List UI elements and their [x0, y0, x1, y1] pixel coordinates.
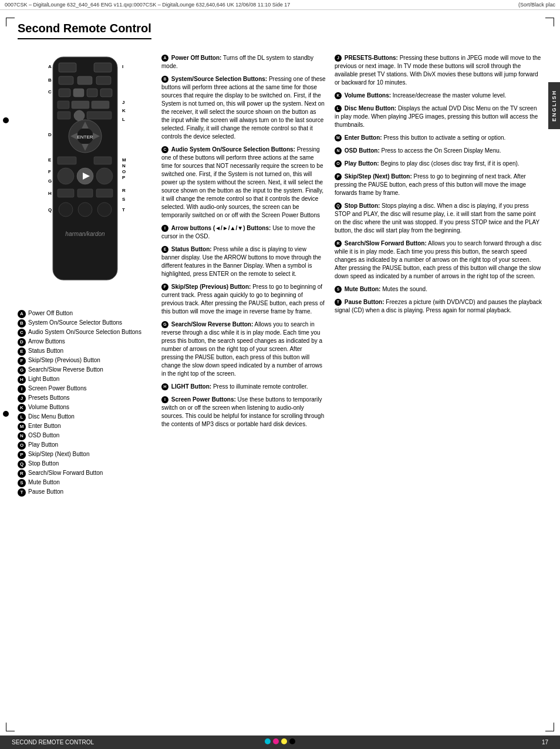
svg-point-27 [96, 168, 113, 184]
label-text: Mute Button [28, 478, 60, 487]
footer-right-text: 17 [542, 739, 548, 745]
svg-text:D: D [48, 132, 52, 137]
btn-circle: R [335, 240, 342, 247]
description-block: S Mute Button: Mutes the sound. [335, 285, 542, 293]
description-block: T Pause Button: Freezes a picture (with … [335, 298, 542, 315]
description-block: R Search/Slow Forward Button: Allows you… [335, 239, 542, 281]
svg-rect-12 [92, 101, 109, 109]
btn-circle: I [161, 396, 168, 403]
left-registration-mark-bottom [3, 411, 9, 417]
btn-title: LIGHT Button: [171, 383, 211, 390]
btn-circle: A [161, 55, 168, 62]
list-item: QStop Button [18, 460, 153, 468]
btn-title: Screen Power Buttons: [171, 396, 236, 403]
svg-text:E: E [48, 157, 52, 163]
svg-rect-31 [96, 189, 113, 197]
btn-title: Status Button: [171, 246, 212, 252]
left-column: ENTER [18, 54, 153, 497]
label-text: System On/Source Selector Buttons [28, 319, 122, 327]
label-text: Skip/Step (Previous) Button [28, 356, 100, 365]
description-block: F Skip/Step (Previous) Button: Press to … [161, 283, 326, 316]
label-circle: Q [18, 460, 26, 468]
btn-circle: J [335, 55, 342, 62]
label-circle: J [18, 394, 26, 403]
middle-column: A Power Off Button: Turns off the DL sys… [161, 54, 326, 497]
label-text: Search/Slow Forward Button [28, 469, 103, 477]
label-circle: T [18, 488, 26, 497]
btn-description: Increase/decrease the master volume leve… [393, 92, 506, 99]
crop-mark-tr [545, 18, 554, 26]
svg-point-25 [58, 168, 74, 184]
btn-title: PRESETS-Buttons: [345, 55, 398, 61]
list-item: FSkip/Step (Previous) Button [18, 356, 153, 365]
label-circle: K [18, 404, 26, 412]
remote-control-image: ENTER [35, 54, 135, 301]
btn-title: Search/Slow Forward Button: [345, 240, 427, 247]
svg-text:J: J [122, 100, 124, 105]
list-item: OPlay Button [18, 441, 153, 450]
crop-mark-br [545, 723, 554, 731]
label-text: Enter Button [28, 422, 61, 430]
description-block: H LIGHT Button: Press to illuminate remo… [161, 383, 326, 391]
list-item: APower Off Button [18, 309, 153, 318]
label-circle: I [18, 385, 26, 393]
svg-text:L: L [122, 117, 125, 122]
btn-title: Audio System On/Source Selection Buttons… [171, 146, 295, 153]
list-item: PSkip/Step (Next) Button [18, 450, 153, 459]
svg-text:K: K [122, 108, 126, 113]
btn-title: Mute Button: [345, 286, 381, 292]
svg-text:I: I [122, 64, 123, 69]
list-item: SMute Button [18, 478, 153, 487]
description-block: E Status Button: Press while a disc is p… [161, 245, 326, 278]
svg-rect-7 [73, 89, 84, 97]
svg-rect-23 [58, 157, 76, 164]
label-circle: M [18, 423, 26, 431]
header-right-text: (Sort/Black plac [518, 2, 555, 8]
description-block: M Enter Button: Press this button to act… [335, 134, 542, 142]
footer-left-text: SECOND REMOTE CONTROL [12, 739, 94, 745]
header-left-text: 0007CSK – DigitalLounge 632_640_646 ENG … [5, 2, 290, 8]
btn-circle: C [161, 146, 168, 153]
crop-mark-tl [6, 18, 15, 26]
list-item: KVolume Buttons [18, 403, 153, 412]
list-item: EStatus Button [18, 347, 153, 356]
reg-mark-cyan [265, 738, 271, 744]
description-block: K Volume Buttons: Increase/decrease the … [335, 92, 542, 100]
btn-circle: T [335, 299, 342, 306]
btn-description: Begins to play disc (closes disc tray fi… [380, 160, 519, 167]
svg-text:R: R [122, 188, 126, 193]
label-text: Screen Power Buttons [28, 384, 87, 393]
svg-text:B: B [48, 77, 52, 83]
left-registration-mark-top [3, 117, 9, 123]
svg-text:harman/kardon: harman/kardon [65, 231, 105, 237]
english-tab: ENGLISH [548, 82, 560, 129]
svg-point-34 [97, 203, 112, 217]
btn-circle: P [335, 173, 342, 180]
label-circle: N [18, 432, 26, 440]
btn-title: Arrow buttons (◄/►/▲/▼) Buttons: [171, 225, 271, 231]
list-item: DArrow Buttons [18, 338, 153, 346]
svg-rect-9 [100, 89, 112, 97]
svg-rect-2 [94, 63, 112, 72]
list-item: IScreen Power Buttons [18, 384, 153, 393]
description-block: L Disc Menu Button: Displays the actual … [335, 104, 542, 129]
description-block: C Audio System On/Source Selection Butto… [161, 146, 326, 220]
label-circle: C [18, 329, 26, 337]
svg-text:G: G [48, 178, 52, 184]
btn-title: Enter Button: [345, 134, 382, 141]
btn-title: Pause Button: [345, 299, 384, 305]
btn-description: Press to access the On Screen Display Me… [382, 147, 501, 154]
svg-text:T: T [122, 207, 125, 212]
right-column: J PRESETS-Buttons: Pressing these button… [335, 54, 542, 497]
svg-rect-15 [87, 112, 112, 119]
svg-rect-4 [77, 76, 92, 85]
btn-circle: S [335, 286, 342, 293]
btn-circle: I [161, 225, 168, 232]
label-text: Light Button [28, 375, 59, 383]
btn-title: Skip/Step (Previous) Button: [171, 284, 251, 290]
btn-circle: B [161, 76, 168, 83]
label-circle: D [18, 338, 26, 346]
registration-marks [265, 738, 295, 744]
page-title: Second Remote Control [18, 22, 151, 39]
svg-text:A: A [48, 64, 52, 69]
